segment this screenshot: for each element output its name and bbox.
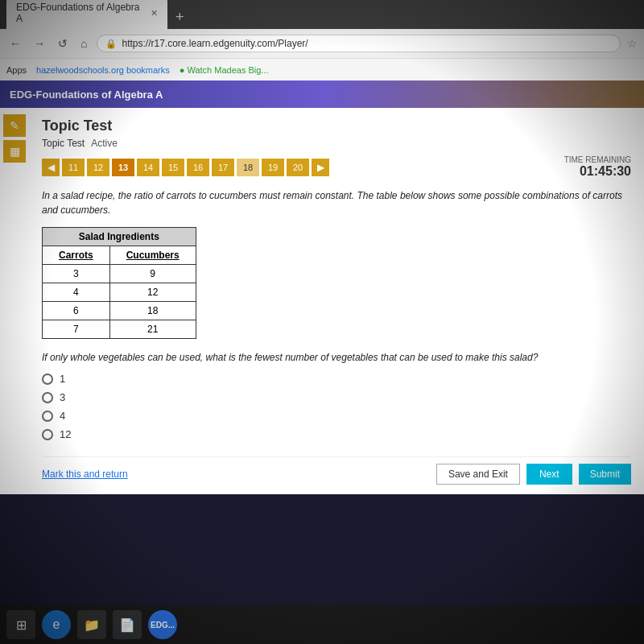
taskbar-icon-3[interactable]: 📄	[113, 610, 142, 639]
q-btn-12[interactable]: 12	[87, 159, 109, 176]
salad-table-container: Salad Ingredients Carrots Cucumbers 3 9	[42, 227, 631, 339]
table-row: 3 9	[43, 265, 196, 283]
radio-4[interactable]	[42, 411, 53, 422]
q-btn-16[interactable]: 16	[187, 159, 209, 176]
choice-12[interactable]: 12	[42, 428, 631, 440]
radio-1[interactable]	[42, 374, 53, 385]
chrome-icon[interactable]: EDG...	[148, 610, 177, 639]
col1-header: Carrots	[43, 246, 110, 265]
table-body: 3 9 4 12 6 18 7 21	[43, 265, 196, 339]
bottom-bar: Mark this and return Save and Exit Next …	[42, 456, 631, 485]
topic-test-header: Topic Test Topic Test Active	[42, 118, 631, 149]
home-button[interactable]: ⌂	[77, 35, 90, 52]
carrots-4: 7	[43, 320, 110, 339]
radio-3[interactable]	[42, 392, 53, 403]
forward-button[interactable]: →	[31, 35, 48, 52]
prev-question-button[interactable]: ◀	[42, 159, 60, 176]
ie-icon[interactable]: e	[42, 610, 71, 639]
choice-3[interactable]: 3	[42, 391, 631, 403]
q-btn-18[interactable]: 18	[237, 159, 259, 176]
topic-test-subtitle: Topic Test	[42, 138, 85, 149]
bookmark-star-icon[interactable]: ☆	[627, 37, 638, 50]
choice-1-label: 1	[60, 373, 65, 385]
q-btn-11[interactable]: 11	[62, 159, 85, 176]
timer-value: 01:45:30	[564, 164, 631, 179]
bookmark-watch[interactable]: ● Watch Madeas Big...	[180, 65, 269, 75]
url-text: https://r17.core.learn.edgenuity.com/Pla…	[122, 38, 308, 49]
cucumbers-3: 18	[109, 302, 196, 320]
choice-4[interactable]: 4	[42, 410, 631, 422]
choice-1[interactable]: 1	[42, 373, 631, 385]
sub-question-text: If only whole vegetables can be used, wh…	[42, 352, 631, 363]
chrome-label: EDG...	[151, 621, 175, 630]
pencil-icon-button[interactable]: ✎	[3, 114, 26, 137]
next-button[interactable]: Next	[526, 464, 572, 485]
answer-choices: 1 3 4 12	[42, 373, 631, 440]
explorer-icon[interactable]: 📁	[77, 610, 106, 639]
start-button[interactable]: ⊞	[6, 610, 35, 639]
address-bar: ← → ↺ ⌂ 🔒 https://r17.core.learn.edgenui…	[0, 29, 644, 58]
choice-3-label: 3	[60, 391, 65, 403]
tab-bar: EDG-Foundations of Algebra A ✕ +	[0, 0, 644, 29]
table-row: 4 12	[43, 283, 196, 302]
bookmark-apps[interactable]: Apps	[6, 65, 27, 75]
col2-header: Cucumbers	[109, 246, 196, 265]
table-title: Salad Ingredients	[43, 228, 196, 246]
q-btn-15[interactable]: 15	[162, 159, 184, 176]
topic-test-subtitle-row: Topic Test Active	[42, 138, 631, 149]
q-btn-19[interactable]: 19	[262, 159, 284, 176]
active-status: Active	[91, 138, 118, 149]
content-area: Topic Test Topic Test Active ◀ 11 12 13 …	[13, 118, 631, 485]
carrots-1: 3	[43, 265, 110, 283]
save-exit-button[interactable]: Save and Exit	[436, 464, 520, 485]
tab-close-button[interactable]: ✕	[151, 8, 158, 19]
active-tab[interactable]: EDG-Foundations of Algebra A ✕	[6, 0, 167, 29]
choice-12-label: 12	[60, 428, 71, 440]
cucumbers-4: 21	[109, 320, 196, 339]
edg-header-title: EDG-Foundations of Algebra A	[10, 89, 163, 101]
question-text: In a salad recipe, the ratio of carrots …	[42, 188, 631, 217]
watch-icon: ●	[180, 65, 185, 75]
carrots-3: 6	[43, 302, 110, 320]
calculator-icon-button[interactable]: ▦	[3, 140, 26, 163]
url-box[interactable]: 🔒 https://r17.core.learn.edgenuity.com/P…	[97, 35, 621, 52]
q-btn-17[interactable]: 17	[212, 159, 234, 176]
taskbar: ⊞ e 📁 📄 EDG...	[0, 605, 644, 644]
radio-12[interactable]	[42, 429, 53, 440]
bookmark-hazelwood[interactable]: hazelwoodschools.org bookmarks	[36, 65, 170, 75]
carrots-2: 4	[43, 283, 110, 302]
edg-header: EDG-Foundations of Algebra A	[0, 80, 644, 108]
q-btn-13[interactable]: 13	[112, 159, 134, 176]
mark-return-link[interactable]: Mark this and return	[42, 469, 128, 480]
question-navigation: ◀ 11 12 13 14 15 16 17 18 19 20 ▶	[42, 159, 329, 176]
browser-window: EDG-Foundations of Algebra A ✕ + ← → ↺ ⌂…	[0, 0, 644, 494]
bottom-buttons: Save and Exit Next Submit	[436, 464, 631, 485]
timer: TIME REMAINING 01:45:30	[564, 155, 631, 179]
salad-table: Salad Ingredients Carrots Cucumbers 3 9	[42, 227, 196, 339]
new-tab-button[interactable]: +	[167, 6, 192, 29]
choice-4-label: 4	[60, 410, 65, 422]
cucumbers-2: 12	[109, 283, 196, 302]
topic-test-title: Topic Test	[42, 118, 631, 134]
bookmarks-bar: Apps hazelwoodschools.org bookmarks ● Wa…	[0, 58, 644, 80]
cucumbers-1: 9	[109, 265, 196, 283]
next-question-button[interactable]: ▶	[312, 159, 329, 176]
tab-title: EDG-Foundations of Algebra A	[16, 2, 144, 24]
timer-label: TIME REMAINING	[564, 155, 631, 164]
nav-row: ◀ 11 12 13 14 15 16 17 18 19 20 ▶ TIME R…	[42, 155, 631, 179]
table-row: 7 21	[43, 320, 196, 339]
side-icons: ✎ ▦	[0, 108, 29, 169]
lock-icon: 🔒	[105, 39, 117, 49]
q-btn-20[interactable]: 20	[287, 159, 309, 176]
main-content: ✎ ▦ Topic Test Topic Test Active ◀ 11 12…	[0, 108, 644, 494]
q-btn-14[interactable]: 14	[137, 159, 159, 176]
table-row: 6 18	[43, 302, 196, 320]
back-button[interactable]: ←	[6, 35, 24, 52]
refresh-button[interactable]: ↺	[55, 35, 71, 52]
submit-button[interactable]: Submit	[579, 464, 631, 485]
